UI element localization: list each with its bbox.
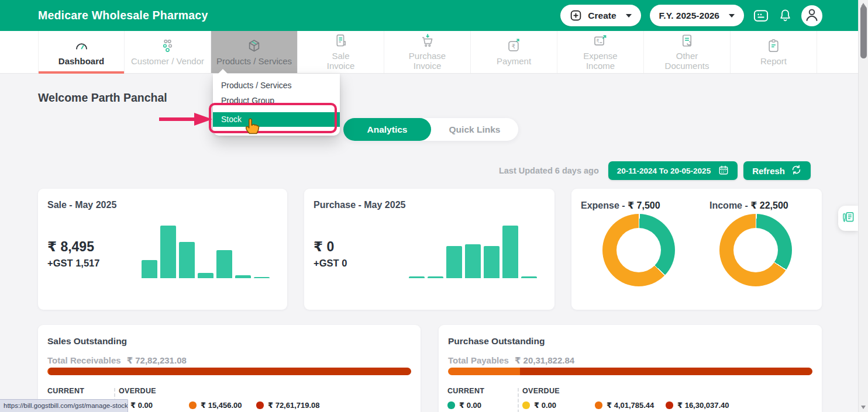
dashboard-icon xyxy=(74,38,89,54)
income-donut-title: Income - ₹ 22,500 xyxy=(709,200,788,211)
bar xyxy=(521,276,537,278)
nav-tab-label: Customer / Vendor xyxy=(131,57,204,67)
sale-card-title: Sale - May 2025 xyxy=(47,200,116,210)
current-header: CURRENT xyxy=(47,387,84,395)
expense-income-icon: ₹ xyxy=(593,33,608,49)
overdue-header: OVERDUE xyxy=(522,387,560,395)
amount-value: ₹ 0.00 xyxy=(130,401,153,410)
fiscal-year-label: F.Y. 2025-2026 xyxy=(659,11,719,21)
purchase-gst-note: +GST 0 xyxy=(314,258,347,269)
sales-outstanding-title: Sales Outstanding xyxy=(47,336,127,347)
svg-text:₹: ₹ xyxy=(596,38,599,44)
bar xyxy=(235,275,251,278)
plus-square-icon xyxy=(570,9,582,22)
menu-item-product-group[interactable]: Product Group xyxy=(213,93,340,108)
refresh-button[interactable]: Refresh xyxy=(743,161,811,180)
nav-tab-label: Report xyxy=(760,57,787,67)
overdue-amount-item: ₹ 4,01,785.44 xyxy=(595,401,654,410)
scroll-down-arrow-icon[interactable] xyxy=(861,406,866,409)
purchase-invoice-icon xyxy=(419,33,435,49)
menu-item-stock[interactable]: Stock xyxy=(213,112,340,127)
payment-icon: ₹ xyxy=(506,38,522,54)
nav-tab-payment[interactable]: ₹Payment xyxy=(471,31,557,73)
total-payables: Total Payables ₹ 20,31,822.84 xyxy=(448,355,574,366)
products-services-dropdown: Products / ServicesProduct GroupStock xyxy=(213,74,340,136)
nav-tab-label: Dashboard xyxy=(58,57,104,67)
user-icon xyxy=(803,6,821,26)
scrollbar-thumb[interactable] xyxy=(860,6,867,58)
bar xyxy=(409,276,425,278)
chevron-down-icon xyxy=(729,14,735,18)
progress-segment xyxy=(448,368,520,375)
tab-quick-links[interactable]: Quick Links xyxy=(431,124,518,135)
nav-tab-products-services[interactable]: Products / Services xyxy=(211,31,298,73)
bar xyxy=(160,226,176,278)
purchase-bar-chart xyxy=(409,226,542,278)
products-services-icon xyxy=(246,38,262,54)
nav-tab-purchase-invoice[interactable]: PurchaseInvoice xyxy=(384,31,471,73)
status-dot xyxy=(666,401,673,409)
status-dot xyxy=(256,401,264,409)
nav-tab-other-documents[interactable]: OtherDocuments xyxy=(644,31,731,73)
column-divider xyxy=(518,388,519,412)
date-range-label: 20-11-2024 To 20-05-2025 xyxy=(617,167,711,175)
sales-outstanding-progress-bar xyxy=(47,368,411,375)
sale-amount: ₹ 8,495 xyxy=(47,239,94,255)
create-button[interactable]: Create xyxy=(560,5,640,26)
purchase-outstanding-progress-bar xyxy=(448,368,812,375)
amount-value: ₹ 4,01,785.44 xyxy=(607,401,654,410)
menu-item-products-services[interactable]: Products / Services xyxy=(213,78,340,93)
create-button-label: Create xyxy=(588,11,616,21)
top-header: Medicare Wholesale Pharmacy Create F.Y. … xyxy=(0,0,858,31)
date-range-button[interactable]: 20-11-2024 To 20-05-2025 xyxy=(608,161,738,180)
purchase-outstanding-title: Purchase Outstanding xyxy=(448,336,545,347)
sale-gst-note: +GST 1,517 xyxy=(47,258,99,269)
bar xyxy=(484,246,500,278)
notes-widget-button[interactable] xyxy=(838,206,858,231)
user-avatar[interactable] xyxy=(801,5,822,26)
refresh-icon xyxy=(791,164,802,177)
amount-value: ₹ 0.00 xyxy=(534,401,556,410)
refresh-label: Refresh xyxy=(752,166,785,176)
view-toggle: Analytics Quick Links xyxy=(343,118,518,141)
nav-tab-report[interactable]: Report xyxy=(731,31,817,73)
amount-value: ₹ 16,30,037.40 xyxy=(677,401,729,410)
tab-analytics[interactable]: Analytics xyxy=(343,118,431,141)
updated-row: Last Updated 6 days ago 20-11-2024 To 20… xyxy=(0,161,858,180)
overdue-header: OVERDUE xyxy=(119,387,156,395)
report-icon xyxy=(766,38,781,54)
fiscal-year-dropdown[interactable]: F.Y. 2025-2026 xyxy=(650,5,744,26)
overdue-amount-item: ₹ 15,456.00 xyxy=(189,401,242,410)
nav-tab-label: Products / Services xyxy=(216,57,292,67)
purchase-amount: ₹ 0 xyxy=(314,239,334,255)
sale-bar-chart xyxy=(142,226,275,278)
app-screen: Medicare Wholesale Pharmacy Create F.Y. … xyxy=(0,0,868,412)
notifications-bell-icon[interactable] xyxy=(778,8,793,23)
current-amount-item: ₹ 0.00 xyxy=(447,401,481,410)
bar xyxy=(502,226,518,278)
nav-tab-customer-vendor[interactable]: Customer / Vendor xyxy=(125,31,211,73)
vertical-scrollbar[interactable] xyxy=(858,0,868,412)
amount-value: ₹ 15,456.00 xyxy=(201,401,242,410)
nav-tab-sale-invoice[interactable]: SaleInvoice xyxy=(298,31,384,73)
expense-donut-title: Expense - ₹ 7,500 xyxy=(581,200,660,211)
nav-tab-dashboard[interactable]: Dashboard xyxy=(38,31,125,73)
bar xyxy=(216,250,232,278)
purchase-summary-card: Purchase - May 2025 ₹ 0 +GST 0 xyxy=(304,189,554,310)
bar xyxy=(254,277,270,278)
progress-segment xyxy=(49,368,411,375)
expense-donut-chart xyxy=(602,214,675,286)
bar xyxy=(198,273,213,278)
nav-tab-expense-income[interactable]: ₹ExpenseIncome xyxy=(557,31,644,73)
nav-tab-label: OtherDocuments xyxy=(665,51,709,71)
purchase-outstanding-card: Purchase Outstanding Total Payables ₹ 20… xyxy=(439,325,822,412)
nav-tab-label: ExpenseIncome xyxy=(583,51,617,71)
last-updated-text: Last Updated 6 days ago xyxy=(499,166,599,175)
feedback-icon[interactable] xyxy=(753,8,769,24)
progress-segment xyxy=(520,368,812,375)
nav-tab-label: PurchaseInvoice xyxy=(409,51,446,71)
sale-invoice-icon xyxy=(333,33,349,49)
overdue-amount-item: ₹ 16,30,037.40 xyxy=(666,401,729,410)
income-donut-chart xyxy=(719,214,792,286)
svg-text:₹: ₹ xyxy=(512,42,516,50)
